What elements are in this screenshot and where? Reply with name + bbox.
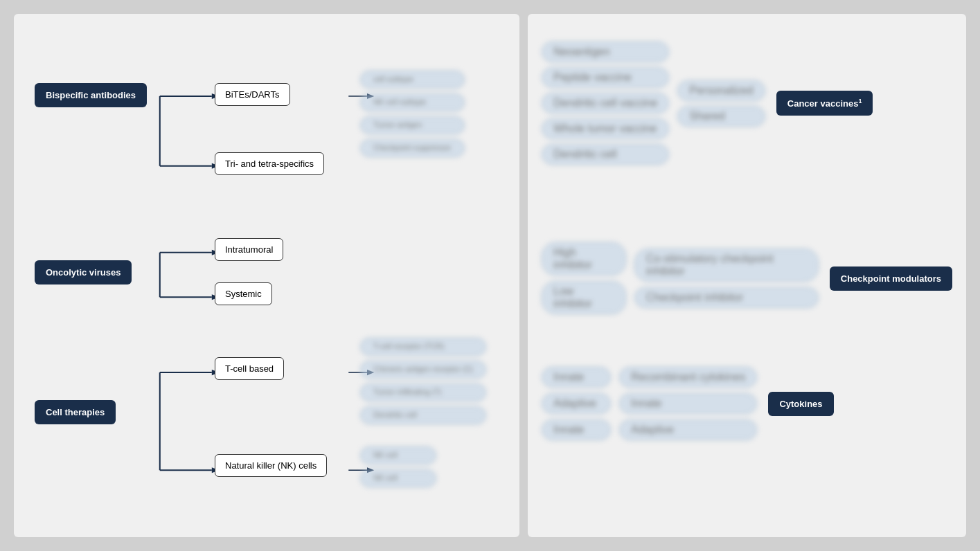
cancer-vaccines-label: Cancer vaccines1 xyxy=(776,91,873,116)
cytokines-right-blur: Recombinant cytokines Innate Adaptive xyxy=(619,367,757,440)
nk-cells-box: Natural killer (NK) cells xyxy=(215,454,327,477)
cytokines-section: Innate Adaptive Innate Recombinant cytok… xyxy=(542,367,952,440)
right-panel: Neoantigen Peptide vaccine Dendritic cel… xyxy=(528,14,966,537)
checkpoint-right-blur: Co-stimulatory checkpoint inhibitor Chec… xyxy=(634,249,819,308)
systemic-box: Systemic xyxy=(215,282,272,305)
tcell-based-box: T-cell based xyxy=(215,357,284,380)
bispecific-antibodies-label: Bispecific antibodies xyxy=(35,83,147,107)
bispecific-blur-group: cell subtype NK cell subtype Tumor antig… xyxy=(360,71,465,157)
nk-blur-group: NK cell NK cell xyxy=(360,446,436,487)
oncolytic-viruses-label: Oncolytic viruses xyxy=(35,260,132,284)
intratumoral-box: Intratumoral xyxy=(215,238,283,261)
main-container: Bispecific antibodies BiTEs/DARTs Tri- a… xyxy=(0,0,980,551)
tcell-blur-group: T-cell receptor (TCR) Chimeric antigen r… xyxy=(360,338,486,424)
cytokines-left-blur: Innate Adaptive Innate xyxy=(542,367,611,440)
cancer-vaccines-section: Neoantigen Peptide vaccine Dendritic cel… xyxy=(542,42,952,165)
cell-therapies-label: Cell therapies xyxy=(35,400,116,424)
cancer-vaccines-left-blur: Neoantigen Peptide vaccine Dendritic cel… xyxy=(542,42,669,165)
right-panel-content: Neoantigen Peptide vaccine Dendritic cel… xyxy=(542,28,952,523)
cytokines-label: Cytokines xyxy=(768,392,833,416)
checkpoint-modulators-section: High inhibitor Low inhibitor Co-stimulat… xyxy=(542,242,952,314)
bites-darts-box: BiTEs/DARTs xyxy=(215,83,290,106)
checkpoint-modulators-label: Checkpoint modulators xyxy=(830,267,952,291)
checkpoint-left-blur: High inhibitor Low inhibitor xyxy=(542,242,626,314)
left-panel: Bispecific antibodies BiTEs/DARTs Tri- a… xyxy=(14,14,519,537)
cancer-vaccines-right-blur: Personalized Shared xyxy=(677,80,765,127)
tri-tetra-box: Tri- and tetra-specifics xyxy=(215,152,324,175)
